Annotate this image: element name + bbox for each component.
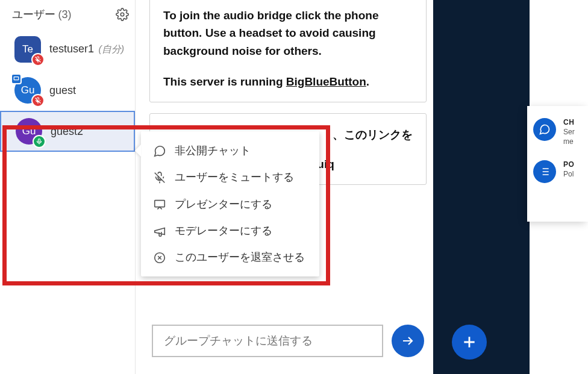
- user-list-header: ユーザー (3): [0, 0, 135, 29]
- side-card-sub: Pol: [563, 170, 574, 178]
- menu-item-make-moderator[interactable]: モデレーターにする: [145, 217, 316, 244]
- presentation-area: [433, 0, 530, 374]
- avatar: Te: [14, 36, 41, 63]
- user-row-selected[interactable]: Gu guest2: [0, 111, 135, 152]
- notice-text: To join the audio bridge click the phone…: [163, 7, 413, 60]
- side-card: CH Ser me PO Pol: [527, 106, 588, 222]
- actions-fab[interactable]: [452, 325, 487, 360]
- self-tag: (自分): [99, 44, 125, 54]
- menu-item-make-presenter[interactable]: プレゼンターにする: [145, 191, 316, 217]
- avatar: Gu: [14, 77, 41, 104]
- side-card-title: PO: [563, 160, 574, 169]
- text: .: [366, 75, 369, 88]
- text: 、このリンクを: [333, 126, 413, 143]
- user-row[interactable]: Gu guest: [0, 70, 135, 111]
- svg-point-0: [120, 13, 124, 16]
- user-context-menu: 非公開チャット ユーザーをミュートする プレゼンターにする モデレーターにする …: [141, 131, 319, 276]
- remove-icon: [153, 251, 166, 264]
- notice-text: This server is running BigBlueButton.: [163, 73, 413, 90]
- chat-input[interactable]: [152, 325, 383, 357]
- mic-muted-icon: [31, 53, 45, 66]
- menu-tail: [135, 145, 141, 157]
- svg-rect-2: [39, 139, 40, 143]
- user-count: (3): [58, 8, 71, 20]
- menu-item-mute-user[interactable]: ユーザーをミュートする: [145, 164, 316, 190]
- svg-rect-1: [14, 77, 19, 80]
- promote-icon: [153, 225, 166, 238]
- chat-icon: [153, 145, 166, 158]
- menu-label: プレゼンターにする: [175, 197, 272, 211]
- menu-label: このユーザーを退室させる: [175, 250, 305, 264]
- presenter-icon: [11, 73, 22, 84]
- presenter-icon: [153, 198, 166, 211]
- mic-muted-icon: [31, 94, 45, 107]
- user-row[interactable]: Te testuser1 (自分): [0, 29, 135, 70]
- side-card-row[interactable]: CH Ser me: [533, 113, 588, 155]
- avatar-initials: Te: [22, 43, 33, 55]
- list-icon: [533, 160, 556, 183]
- menu-label: モデレーターにする: [175, 223, 272, 238]
- user-list-panel: ユーザー (3) Te testuser1 (自分) Gu: [0, 0, 136, 374]
- side-card-title: CH: [563, 118, 575, 126]
- user-name: guest: [49, 84, 76, 97]
- svg-rect-3: [155, 200, 165, 207]
- user-name: guest2: [51, 125, 83, 138]
- send-button[interactable]: [392, 325, 424, 357]
- mic-off-icon: [153, 171, 166, 184]
- menu-label: 非公開チャット: [175, 143, 251, 158]
- user-name: testuser1: [49, 43, 94, 55]
- avatar: Gu: [16, 118, 42, 145]
- chat-icon: [533, 118, 556, 141]
- menu-item-remove-user[interactable]: このユーザーを退室させる: [145, 244, 316, 270]
- mic-active-icon: [33, 135, 46, 148]
- notice-card-1: To join the audio bridge click the phone…: [149, 0, 427, 102]
- user-list-title: ユーザー: [12, 8, 55, 20]
- avatar-initials: Gu: [22, 125, 36, 137]
- side-card-row[interactable]: PO Pol: [533, 155, 588, 193]
- text: This server is running: [163, 75, 286, 88]
- side-card-sub: me: [563, 137, 575, 146]
- avatar-initials: Gu: [21, 84, 35, 96]
- gear-icon[interactable]: [116, 8, 129, 21]
- bigbluebutton-link[interactable]: BigBlueButton: [286, 75, 366, 88]
- menu-label: ユーザーをミュートする: [175, 170, 294, 184]
- menu-item-private-chat[interactable]: 非公開チャット: [145, 137, 316, 164]
- chat-bar: [152, 325, 424, 357]
- side-card-sub: Ser: [563, 128, 575, 136]
